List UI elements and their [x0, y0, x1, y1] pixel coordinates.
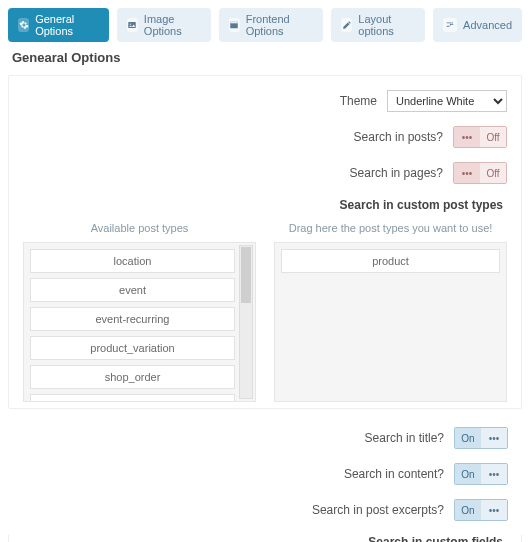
used-col: Drag here the post types you want to use… [274, 222, 507, 402]
scrollbar[interactable] [239, 245, 253, 399]
toggle-handle-icon: ••• [454, 127, 480, 147]
svg-rect-3 [230, 22, 238, 24]
theme-label: Theme [340, 94, 377, 108]
tab-label: Frontend Options [246, 13, 314, 37]
tab-image-options[interactable]: Image Options [117, 8, 211, 42]
theme-row: Theme Underline White [23, 90, 507, 112]
tab-frontend-options[interactable]: Frontend Options [219, 8, 324, 42]
custom-fields-heading: Search in custom fields [23, 535, 503, 542]
image-icon [127, 18, 138, 32]
scrollbar-thumb[interactable] [241, 247, 251, 303]
used-list[interactable]: product [274, 242, 507, 402]
search-pages-row: Search in pages? ••• Off [23, 162, 507, 184]
search-excerpts-row: Search in post excerpts? On ••• [8, 499, 522, 521]
gear-icon [18, 18, 29, 32]
available-list[interactable]: location event event-recurring product_v… [23, 242, 256, 402]
cpt-lists: Available post types location event even… [23, 222, 507, 402]
toggle-handle-icon: ••• [481, 428, 507, 448]
search-content-row: Search in content? On ••• [8, 463, 522, 485]
list-item[interactable]: product_variation [30, 336, 235, 360]
toggle-state: Off [480, 127, 506, 147]
pencil-icon [341, 18, 352, 32]
search-content-toggle[interactable]: On ••• [454, 463, 508, 485]
list-item[interactable]: location [30, 249, 235, 273]
custom-fields-panel: Search in custom fields [8, 535, 522, 542]
toggle-state: Off [480, 163, 506, 183]
theme-select[interactable]: Underline White [387, 90, 507, 112]
list-item[interactable]: event-recurring [30, 307, 235, 331]
tab-layout-options[interactable]: Layout options [331, 8, 425, 42]
available-col-title: Available post types [23, 222, 256, 234]
search-content-label: Search in content? [344, 467, 444, 481]
used-col-title: Drag here the post types you want to use… [274, 222, 507, 234]
toggle-state: On [455, 428, 481, 448]
search-posts-toggle[interactable]: ••• Off [453, 126, 507, 148]
toggle-handle-icon: ••• [481, 500, 507, 520]
search-excerpts-label: Search in post excerpts? [312, 503, 444, 517]
toggle-handle-icon: ••• [454, 163, 480, 183]
cpt-heading: Search in custom post types [23, 198, 503, 212]
search-posts-row: Search in posts? ••• Off [23, 126, 507, 148]
list-item[interactable]: shop_coupon [30, 394, 235, 402]
tab-general-options[interactable]: General Options [8, 8, 109, 42]
section-title: Genearal Options [12, 50, 522, 65]
search-title-toggle[interactable]: On ••• [454, 427, 508, 449]
general-panel: Theme Underline White Search in posts? •… [8, 75, 522, 409]
window-icon [229, 18, 240, 32]
toggle-state: On [455, 500, 481, 520]
toggle-handle-icon: ••• [481, 464, 507, 484]
tab-label: Advanced [463, 19, 512, 31]
tab-advanced[interactable]: Advanced [433, 8, 522, 42]
tab-label: General Options [35, 13, 99, 37]
available-col: Available post types location event even… [23, 222, 256, 402]
sliders-icon [443, 18, 457, 32]
list-item[interactable]: event [30, 278, 235, 302]
tab-label: Layout options [358, 13, 415, 37]
tabs: General Options Image Options Frontend O… [8, 8, 522, 42]
toggle-state: On [455, 464, 481, 484]
tab-label: Image Options [144, 13, 201, 37]
search-title-row: Search in title? On ••• [8, 427, 522, 449]
svg-point-1 [130, 24, 131, 25]
search-pages-toggle[interactable]: ••• Off [453, 162, 507, 184]
search-excerpts-toggle[interactable]: On ••• [454, 499, 508, 521]
search-title-label: Search in title? [365, 431, 444, 445]
list-item[interactable]: product [281, 249, 500, 273]
list-item[interactable]: shop_order [30, 365, 235, 389]
search-posts-label: Search in posts? [354, 130, 443, 144]
search-pages-label: Search in pages? [350, 166, 443, 180]
